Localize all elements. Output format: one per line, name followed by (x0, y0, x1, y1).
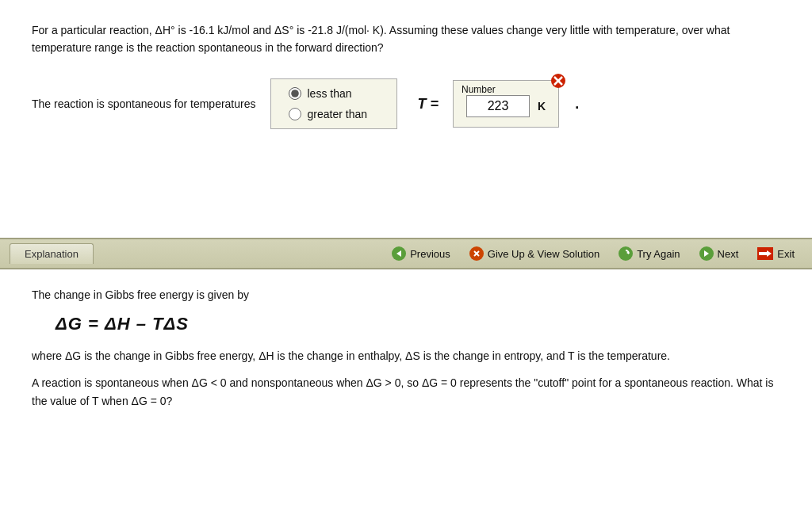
radio-box: less than greater than (270, 78, 397, 129)
explanation-para2: A reaction is spontaneous when ΔG < 0 an… (32, 374, 780, 410)
close-icon[interactable] (550, 73, 566, 89)
explanation-intro: The change in Gibbs free energy is given… (32, 288, 780, 301)
radio-label-less-than: less than (308, 87, 352, 100)
svg-rect-10 (759, 252, 768, 255)
question-text: For a particular reaction, ΔH° is -16.1 … (32, 22, 777, 56)
tryagain-button[interactable]: Try Again (611, 243, 688, 264)
previous-button[interactable]: Previous (384, 243, 458, 264)
t-equals-label: T = (418, 96, 439, 113)
question-area: For a particular reaction, ΔH° is -16.1 … (0, 0, 812, 238)
next-icon (699, 246, 714, 261)
explanation-area: The change in Gibbs free energy is given… (0, 269, 812, 435)
exit-button[interactable]: Exit (749, 244, 802, 263)
answer-row: The reaction is spontaneous for temperat… (32, 78, 780, 129)
number-input[interactable] (466, 95, 530, 117)
number-block: Number K (453, 80, 559, 128)
previous-icon (392, 246, 406, 261)
exit-label: Exit (777, 248, 795, 260)
svg-marker-7 (704, 250, 709, 257)
giveup-label: Give Up & View Solution (488, 248, 599, 260)
period: . (575, 96, 579, 113)
next-label: Next (718, 248, 739, 260)
formula-block: ΔG = ΔH – TΔS (56, 314, 780, 334)
svg-marker-3 (396, 250, 401, 257)
tryagain-label: Try Again (637, 248, 680, 260)
explanation-para1: where ΔG is the change in Gibbs free ene… (32, 347, 780, 365)
k-unit-label: K (538, 100, 546, 113)
radio-input-less-than[interactable] (289, 87, 301, 100)
previous-label: Previous (410, 248, 450, 260)
radio-input-greater-than[interactable] (289, 108, 301, 120)
tryagain-icon (619, 246, 633, 261)
radio-greater-than[interactable]: greater than (289, 108, 379, 120)
formula-text: ΔG = ΔH – TΔS (56, 314, 189, 334)
giveup-icon (469, 246, 484, 261)
prompt-label: The reaction is spontaneous for temperat… (32, 97, 256, 110)
explanation-tab[interactable]: Explanation (10, 243, 94, 264)
exit-icon (757, 247, 773, 260)
number-label: Number (462, 84, 496, 95)
radio-label-greater-than: greater than (308, 108, 368, 120)
radio-less-than[interactable]: less than (289, 87, 379, 100)
explanation-body: where ΔG is the change in Gibbs free ene… (32, 347, 780, 410)
next-button[interactable]: Next (691, 243, 747, 264)
giveup-button[interactable]: Give Up & View Solution (462, 243, 607, 264)
nav-bar: Explanation Previous Give Up & View Solu… (0, 238, 812, 269)
